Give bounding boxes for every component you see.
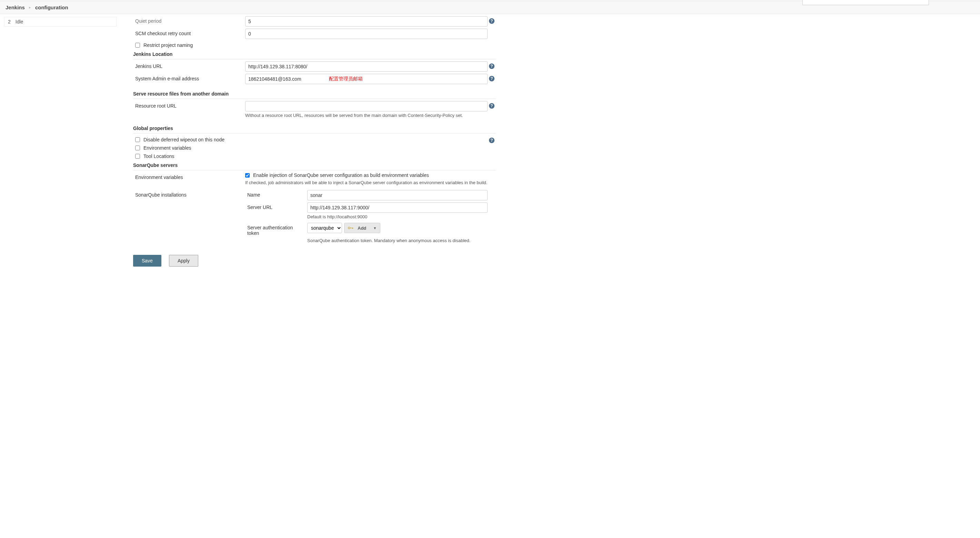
label-admin-email: System Admin e-mail address — [133, 74, 245, 83]
label-tool-locations: Tool Locations — [143, 153, 175, 159]
label-sonar-server-url: Server URL — [245, 202, 307, 212]
input-quiet-period[interactable] — [245, 16, 488, 27]
desc-sonar-auth-token: SonarQube authentication token. Mandator… — [307, 233, 488, 246]
row-env-vars: Environment variables — [133, 144, 488, 152]
help-icon[interactable]: ? — [489, 103, 495, 109]
input-jenkins-url[interactable] — [245, 61, 488, 72]
help-icon[interactable]: ? — [489, 18, 495, 24]
apply-button[interactable]: Apply — [169, 255, 198, 267]
row-sonar-env-vars: Environment variables Enable injection o… — [133, 172, 496, 188]
breadcrumb-page[interactable]: configuration — [35, 5, 68, 10]
executor-status-table: 2 Idle — [4, 17, 116, 27]
label-sonar-name: Name — [245, 190, 307, 200]
label-restrict-naming: Restrict project naming — [143, 42, 193, 48]
label-sonar-installations: SonarQube installations — [133, 190, 245, 200]
svg-rect-2 — [352, 228, 352, 229]
input-admin-email[interactable] — [245, 74, 488, 84]
label-scm-retry: SCM checkout retry count — [133, 29, 245, 38]
checkbox-restrict-naming[interactable] — [135, 43, 140, 48]
row-scm-retry: SCM checkout retry count — [133, 29, 496, 39]
label-sonar-env-inject: Enable injection of SonarQube server con… — [253, 172, 429, 178]
desc-sonar-env-inject: If checked, job administrators will be a… — [245, 178, 488, 188]
row-disable-deferred-wipeout: Disable deferred wipeout on this node — [133, 135, 488, 144]
row-quiet-period: Quiet period ? — [133, 16, 496, 27]
main-content: Quiet period ? SCM checkout retry count … — [121, 14, 503, 274]
section-resource-domain: Serve resource files from another domain — [133, 89, 496, 99]
key-icon — [348, 226, 353, 230]
row-resource-root: Resource root URL Without a resource roo… — [133, 101, 496, 121]
executor-status: Idle — [12, 17, 116, 27]
label-sonar-env-vars: Environment variables — [133, 172, 245, 182]
add-button-label: Add — [358, 226, 366, 231]
label-jenkins-url: Jenkins URL — [133, 61, 245, 71]
add-credentials-button[interactable]: Add ▼ — [344, 223, 380, 233]
svg-point-0 — [348, 227, 350, 229]
checkbox-env-vars[interactable] — [135, 146, 140, 150]
select-sonar-auth-token[interactable]: sonarqube — [307, 223, 342, 233]
executor-row[interactable]: 2 Idle — [5, 17, 116, 27]
checkbox-tool-locations[interactable] — [135, 154, 140, 159]
input-sonar-name[interactable] — [307, 190, 488, 201]
row-jenkins-url: Jenkins URL ? — [133, 61, 496, 72]
label-env-vars-checkbox: Environment variables — [143, 145, 191, 151]
help-icon[interactable]: ? — [489, 76, 495, 81]
label-quiet-period: Quiet period — [133, 16, 245, 26]
label-resource-root: Resource root URL — [133, 101, 245, 111]
footer-buttons: Save Apply — [133, 255, 496, 267]
desc-sonar-server-url: Default is http://localhost:9000 — [307, 213, 488, 222]
desc-resource-root: Without a resource root URL, resources w… — [245, 111, 488, 121]
section-sonarqube: SonarQube servers — [133, 160, 496, 170]
caret-down-icon: ▼ — [373, 226, 377, 230]
row-admin-email: System Admin e-mail address 配置管理员邮箱 ? — [133, 74, 496, 84]
checkbox-sonar-env-inject[interactable] — [245, 173, 250, 178]
checkbox-disable-deferred-wipeout[interactable] — [135, 137, 140, 142]
save-button[interactable]: Save — [133, 255, 161, 267]
input-scm-retry[interactable] — [245, 29, 488, 39]
help-icon[interactable]: ? — [489, 138, 495, 143]
label-sonar-auth-token: Server authentication token — [245, 223, 307, 238]
input-sonar-server-url[interactable] — [307, 202, 488, 213]
section-jenkins-location: Jenkins Location — [133, 49, 496, 59]
svg-rect-1 — [350, 228, 353, 228]
section-global-props: Global properties — [133, 123, 496, 134]
sidebar: 2 Idle — [0, 14, 121, 274]
row-tool-locations: Tool Locations — [133, 152, 488, 160]
floating-notification-box — [802, 0, 929, 5]
help-icon[interactable]: ? — [489, 64, 495, 69]
breadcrumb-root[interactable]: Jenkins — [6, 5, 25, 10]
annotation-admin-email: 配置管理员邮箱 — [329, 76, 363, 82]
row-restrict-naming: Restrict project naming — [133, 41, 496, 49]
input-resource-root[interactable] — [245, 101, 488, 111]
svg-rect-3 — [353, 228, 353, 229]
row-sonar-installations: SonarQube installations Name Server URL … — [133, 190, 496, 246]
chevron-right-icon: ▸ — [29, 5, 31, 10]
executor-number: 2 — [5, 17, 12, 27]
label-disable-deferred-wipeout: Disable deferred wipeout on this node — [143, 137, 224, 142]
